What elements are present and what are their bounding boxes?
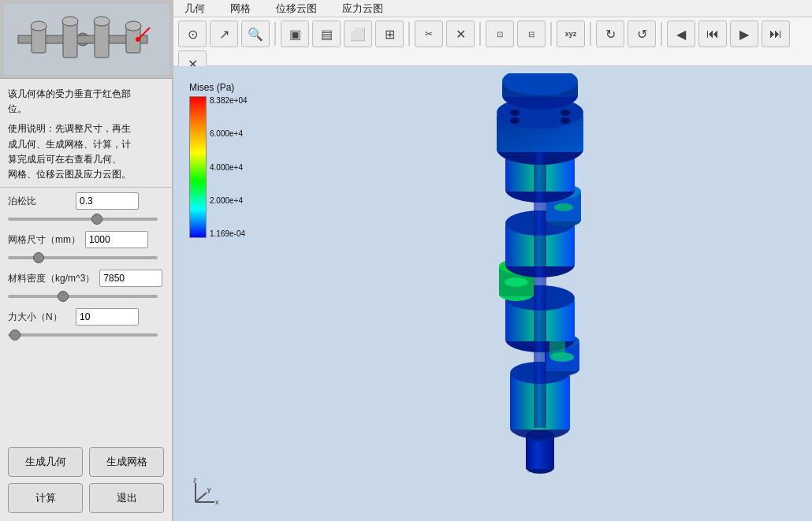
force-row: 力大小（N） (0, 303, 172, 326)
toolbar-firstframe-btn[interactable]: ⏮ (698, 20, 727, 47)
info-line1: 该几何体的受力垂直于红色部 (8, 87, 164, 102)
poisson-label: 泊松比 (8, 195, 71, 208)
density-slider-row (0, 287, 172, 303)
toolbar-grid-btn[interactable]: ⊟ (517, 20, 546, 47)
toolbar-sep5 (590, 22, 591, 46)
svg-rect-5 (95, 21, 109, 58)
info-box: 该几何体的受力垂直于红色部 位。 使用说明：先调整尺寸，再生 成几何、生成网格、… (0, 79, 172, 188)
toolbar-delete-btn[interactable]: ✕ (446, 20, 475, 47)
model-area (268, 66, 812, 489)
legend-v3: 2.000e+4 (210, 196, 248, 205)
coord-icon: x z y (189, 477, 221, 513)
buttons-area: 生成几何 生成网格 计算 退出 (0, 439, 172, 521)
svg-text:x: x (215, 498, 219, 506)
legend-title: Mises (Pa) (189, 82, 252, 93)
svg-text:z: z (193, 477, 197, 484)
legend-labels: 8.382e+04 6.000e+4 4.000e+4 2.000e+4 1.1… (210, 96, 248, 238)
color-legend: Mises (Pa) 8.382e+04 6.000e+4 4.000e+4 2… (189, 82, 252, 238)
toolbar-rotatecw-btn[interactable]: ↻ (596, 20, 624, 47)
info-line7: 网格、位移云图及应力云图。 (8, 167, 164, 182)
svg-point-12 (136, 37, 140, 42)
toolbar-selectplane-btn[interactable]: ▤ (312, 20, 341, 47)
toolbar-play-btn[interactable]: ▶ (730, 20, 758, 47)
svg-point-9 (94, 17, 110, 26)
info-line4: 使用说明：先调整尺寸，再生 (8, 121, 164, 136)
menu-geometry[interactable]: 几何 (180, 0, 210, 17)
svg-point-8 (62, 17, 78, 26)
toolbar-rotateccw-btn[interactable]: ↺ (628, 20, 656, 47)
svg-point-43 (510, 117, 520, 124)
poisson-row: 泊松比 (0, 188, 172, 210)
legend-bar (189, 96, 207, 238)
gen-mesh-button[interactable]: 生成网格 (89, 447, 164, 477)
svg-point-44 (561, 117, 570, 124)
exit-button[interactable]: 退出 (89, 483, 164, 513)
svg-point-7 (31, 21, 47, 31)
svg-point-50 (505, 277, 528, 287)
mesh-label: 网格尺寸（mm） (8, 233, 80, 247)
thumbnail-svg (4, 4, 169, 75)
toolbar-arrow-btn[interactable]: ↗ (210, 20, 238, 47)
main-view: Mises (Pa) 8.382e+04 6.000e+4 4.000e+4 2… (173, 66, 812, 521)
mesh-slider-row (0, 248, 172, 265)
toolbar: ⊙ ↗ 🔍 ▣ ▤ ⬜ ⊞ ✂ ✕ ⊡ ⊟ xyz ↻ ↺ ◀ ⏮ ▶ ⏭ ✕ (173, 17, 812, 66)
model-thumbnail (0, 0, 173, 79)
svg-point-10 (125, 21, 141, 31)
toolbar-selectbox-btn[interactable]: ▣ (281, 20, 309, 47)
density-label: 材料密度（kg/m^3） (8, 272, 95, 285)
density-row: 材料密度（kg/m^3） (0, 265, 172, 287)
compute-button[interactable]: 计算 (8, 483, 83, 513)
toolbar-lastframe-btn[interactable]: ⏭ (762, 20, 790, 47)
menu-stress[interactable]: 应力云图 (337, 0, 388, 17)
mesh-slider[interactable] (8, 256, 158, 259)
menubar: 几何 网格 位移云图 应力云图 (173, 0, 812, 17)
svg-text:y: y (207, 486, 211, 493)
toolbar-cut-btn[interactable]: ✂ (415, 20, 443, 47)
poisson-slider[interactable] (8, 218, 158, 221)
density-slider[interactable] (8, 295, 158, 298)
toolbar-sep6 (661, 22, 662, 46)
toolbar-sep1 (274, 22, 276, 46)
svg-point-40 (510, 110, 520, 116)
toolbar-measure-btn[interactable]: ⊡ (486, 20, 514, 47)
menu-mesh[interactable]: 网格 (225, 0, 255, 17)
toolbar-stepback-btn[interactable]: ◀ (667, 20, 695, 47)
legend-v1: 6.000e+4 (210, 129, 248, 138)
mesh-row: 网格尺寸（mm） (0, 226, 172, 248)
svg-rect-52 (549, 341, 565, 357)
poisson-slider-row (0, 210, 172, 226)
toolbar-fit-btn[interactable]: ⊙ (178, 20, 207, 47)
left-panel: 该几何体的受力垂直于红色部 位。 使用说明：先调整尺寸，再生 成几何、生成网格、… (0, 0, 173, 521)
toolbar-zoom-btn[interactable]: 🔍 (241, 20, 270, 47)
svg-rect-48 (534, 152, 546, 428)
svg-point-51 (554, 203, 573, 211)
legend-max: 8.382e+04 (210, 96, 248, 105)
toolbar-sep4 (550, 22, 552, 46)
toolbar-axes-btn[interactable]: xyz (557, 20, 585, 47)
menu-displacement[interactable]: 位移云图 (271, 0, 322, 17)
force-input[interactable] (76, 308, 139, 326)
info-line6: 算完成后可在右查看几何、 (8, 152, 164, 167)
toolbar-sep2 (408, 22, 410, 46)
gen-geo-button[interactable]: 生成几何 (8, 447, 83, 477)
poisson-input[interactable] (76, 192, 139, 210)
toolbar-face-btn[interactable]: ⬜ (344, 20, 372, 47)
svg-line-55 (196, 493, 207, 502)
force-slider-row (0, 326, 172, 342)
info-line2: 位。 (8, 102, 164, 117)
crankshaft-model-svg (445, 73, 635, 483)
toolbar-transform-btn[interactable]: ⊞ (375, 20, 404, 47)
svg-point-42 (561, 110, 570, 116)
force-label: 力大小（N） (8, 311, 71, 324)
svg-rect-4 (63, 21, 77, 58)
force-slider[interactable] (8, 333, 158, 337)
toolbar-sep3 (479, 22, 481, 46)
info-line5: 成几何、生成网格、计算，计 (8, 137, 164, 152)
legend-v2: 4.000e+4 (210, 163, 248, 172)
mesh-input[interactable] (85, 231, 148, 248)
density-input[interactable] (99, 270, 162, 287)
legend-min: 1.169e-04 (210, 229, 248, 238)
